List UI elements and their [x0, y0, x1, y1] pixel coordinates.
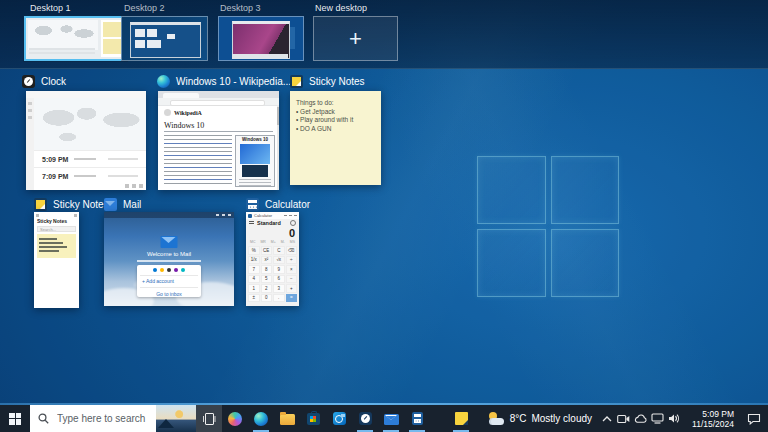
clock-icon	[359, 412, 372, 425]
task-view-button[interactable]	[196, 405, 222, 432]
browser-tab-bar	[158, 91, 279, 98]
world-clock-row: 7:09 PM	[34, 167, 146, 184]
desktop-1-label: Desktop 1	[30, 3, 71, 13]
calculator-window-thumbnail[interactable]: Calculator Standard 0 MCMR M+M- MS %CEC⌫…	[246, 212, 299, 306]
speaker-icon	[668, 413, 681, 424]
calculator-keypad: %CEC⌫ 1/xx²√x÷ 789× 456− 123+ ±0.=	[246, 245, 299, 304]
world-map	[34, 98, 146, 150]
note-line: • Get Jetpack	[296, 108, 381, 117]
virtual-desktops-strip: Desktop 1 Desktop 2 Desktop 3 New deskto…	[0, 0, 768, 69]
sticky-note-list-thumbnail[interactable]: Sticky Notes Search...	[34, 212, 79, 308]
desktop-2-thumbnail[interactable]	[121, 16, 208, 61]
edge-icon	[157, 75, 170, 88]
clock-app-button[interactable]	[352, 405, 378, 432]
sticky-note-list-window-title: Sticky Note	[34, 197, 104, 211]
history-icon	[290, 220, 296, 226]
clock-window-thumbnail[interactable]: 5:09 PM 7:09 PM	[26, 91, 146, 190]
plus-icon: +	[314, 17, 397, 60]
mail-title-bar	[104, 212, 234, 218]
mail-envelope-icon	[161, 236, 178, 248]
infobox-logo-image	[240, 144, 270, 164]
hidden-icons-button[interactable]	[599, 405, 614, 432]
action-center-button[interactable]	[740, 405, 768, 432]
wikipedia-globe-icon	[164, 109, 171, 116]
search-highlights-decoration	[156, 405, 196, 432]
microsoft-store-button[interactable]	[300, 405, 326, 432]
mail-envelope-icon	[384, 414, 399, 425]
taskbar-clock[interactable]: 5:09 PM 11/15/2024	[682, 405, 740, 432]
file-explorer-button[interactable]	[274, 405, 300, 432]
volume-tray-button[interactable]	[667, 405, 682, 432]
partly-cloudy-icon	[488, 412, 505, 425]
note-line: Things to do:	[296, 99, 381, 108]
desktop-1-clock-app-preview	[28, 20, 98, 50]
clock-app-icon	[22, 75, 35, 88]
camera-tray-button[interactable]	[616, 405, 631, 432]
onedrive-tray-button[interactable]	[633, 405, 648, 432]
add-account-dialog: + Add account Go to inbox	[137, 265, 201, 297]
network-tray-button[interactable]	[650, 405, 665, 432]
account-provider-icons	[137, 265, 201, 272]
folder-icon	[280, 414, 295, 425]
outlook-icon	[333, 412, 346, 425]
clock-nav-rail	[26, 98, 34, 190]
add-account-button: + Add account	[137, 276, 201, 284]
wikipedia-wordmark: WikipediA	[174, 110, 202, 116]
taskbar-date: 11/15/2024	[692, 419, 734, 429]
sticky-notes-window-thumbnail[interactable]: Things to do: • Get Jetpack • Play aroun…	[290, 91, 381, 185]
copilot-button[interactable]	[222, 405, 248, 432]
mail-window-thumbnail[interactable]: Welcome to Mail + Add account Go to inbo…	[104, 212, 234, 306]
calculator-title-bar: Calculator	[246, 212, 299, 219]
desktop-3-label: Desktop 3	[220, 3, 261, 13]
search-icon	[38, 413, 49, 424]
store-bag-icon	[307, 413, 320, 425]
taskbar: 8°C Mostly cloudy	[0, 405, 768, 432]
go-to-inbox-link: Go to inbox	[137, 288, 201, 297]
taskbar-time: 5:09 PM	[702, 409, 734, 419]
edge-taskbar-button[interactable]	[248, 405, 274, 432]
taskbar-search-box[interactable]	[30, 405, 196, 432]
infobox-screenshot	[242, 165, 268, 177]
calculator-display: 0	[246, 227, 299, 240]
calculator-icon	[246, 198, 259, 211]
new-desktop-button[interactable]: +	[313, 16, 398, 61]
clock-window-title: Clock	[22, 74, 66, 88]
sticky-note-icon	[455, 412, 468, 425]
sticky-notes-header: Sticky Notes	[34, 217, 79, 225]
calculator-app-button[interactable]	[404, 405, 430, 432]
chevron-up-icon	[602, 416, 612, 422]
mail-window-title: Mail	[104, 197, 141, 211]
article-heading: Windows 10	[164, 121, 204, 130]
sticky-notes-app-button[interactable]	[448, 405, 474, 432]
network-monitor-icon	[651, 413, 664, 424]
camera-icon	[617, 414, 630, 424]
search-input[interactable]	[55, 412, 149, 425]
calculator-mode: Standard	[257, 220, 281, 226]
world-clock-row: 5:09 PM	[34, 150, 146, 167]
welcome-text: Welcome to Mail	[104, 251, 234, 257]
edge-icon	[254, 412, 268, 426]
outlook-button[interactable]	[326, 405, 352, 432]
note-list-item	[37, 234, 76, 258]
equals-key: =	[286, 294, 298, 303]
desktop-1-thumbnail[interactable]	[24, 16, 127, 61]
note-line: • DO A GUN	[296, 125, 381, 134]
cloud-icon	[634, 414, 647, 424]
browser-address-bar	[158, 98, 279, 106]
calculator-mini-icon	[248, 214, 252, 218]
menu-icon	[249, 221, 254, 225]
weather-condition: Mostly cloudy	[531, 413, 592, 424]
weather-widget[interactable]: 8°C Mostly cloudy	[481, 405, 599, 432]
calculator-window-title: Calculator	[246, 197, 310, 211]
article-text-lines	[164, 135, 232, 185]
wikipedia-window-thumbnail[interactable]: WikipediA Windows 10 Windows 10	[158, 91, 279, 190]
sticky-notes-window-title: Sticky Notes	[290, 74, 365, 88]
mail-icon	[104, 198, 117, 211]
windows-logo-icon	[9, 413, 21, 425]
desktop-2-label: Desktop 2	[124, 3, 165, 13]
mail-app-button[interactable]	[378, 405, 404, 432]
desktop-3-thumbnail[interactable]	[218, 16, 304, 61]
desktop-1-sticky-notes-preview	[101, 20, 123, 57]
sticky-notes-icon	[34, 198, 47, 211]
start-button[interactable]	[0, 405, 30, 432]
